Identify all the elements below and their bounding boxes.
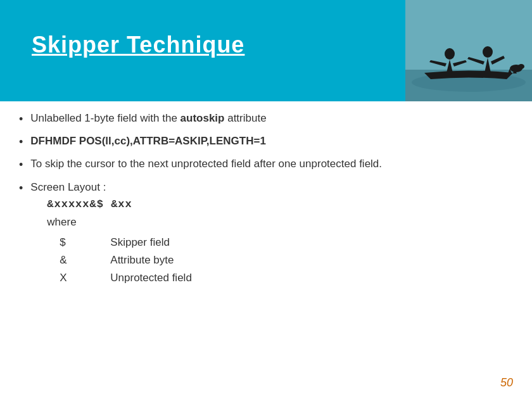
legend-description: Unprotected field: [110, 269, 192, 287]
legend-symbol: &: [60, 251, 110, 269]
bullet-text: To skip the cursor to the next unprotect…: [30, 156, 513, 172]
legend-description: Attribute byte: [110, 251, 192, 269]
legend-symbol: $: [60, 234, 110, 251]
bullet-dot: •: [19, 134, 23, 150]
legend-description: Skipper field: [110, 234, 192, 251]
svg-point-3: [445, 48, 455, 60]
list-item: • Screen Layout : &xxxxx&$ &xx where $ S…: [19, 180, 513, 287]
slide: Skipper Technique • Unlabelled 1-byte fi…: [0, 0, 532, 399]
legend-symbol: X: [60, 269, 110, 287]
legend-row: & Attribute byte: [60, 251, 192, 269]
legend-table: $ Skipper field & Attribute byte X Unpro…: [60, 234, 192, 286]
bullet-dot: •: [19, 111, 23, 127]
bullet-text: DFHMDF POS(ll,cc),ATTRB=ASKIP,LENGTH=1: [30, 134, 513, 149]
list-item: • DFHMDF POS(ll,cc),ATTRB=ASKIP,LENGTH=1: [19, 134, 513, 150]
legend-row: X Unprotected field: [60, 269, 192, 287]
legend-row: $ Skipper field: [60, 234, 192, 251]
content-area: • Unlabelled 1-byte field with the autos…: [19, 111, 513, 367]
bullet-dot: •: [19, 180, 23, 196]
title-area: Skipper Technique: [32, 32, 244, 58]
page-number: 50: [500, 376, 513, 390]
header-photo: [405, 0, 532, 101]
bullet-dot: •: [19, 157, 23, 173]
where-label: where: [47, 215, 513, 230]
bold-autoskip: autoskip: [180, 112, 225, 124]
slide-title: Skipper Technique: [32, 32, 244, 58]
list-item: • Unlabelled 1-byte field with the autos…: [19, 111, 513, 127]
bullet-list: • Unlabelled 1-byte field with the autos…: [19, 111, 513, 286]
svg-point-6: [518, 64, 524, 69]
bullet-text: Unlabelled 1-byte field with the autoski…: [30, 111, 513, 126]
svg-point-4: [483, 46, 493, 58]
dfhmdf-text: DFHMDF POS(ll,cc),ATTRB=ASKIP,LENGTH=1: [30, 135, 266, 147]
list-item: • To skip the cursor to the next unprote…: [19, 156, 513, 173]
screen-layout: &xxxxx&$ &xx where $ Skipper field & Att…: [47, 197, 513, 286]
layout-line: &xxxxx&$ &xx: [47, 197, 513, 212]
header-bar: Skipper Technique: [0, 0, 532, 101]
bullet-text: Screen Layout : &xxxxx&$ &xx where $ Ski…: [30, 180, 513, 287]
